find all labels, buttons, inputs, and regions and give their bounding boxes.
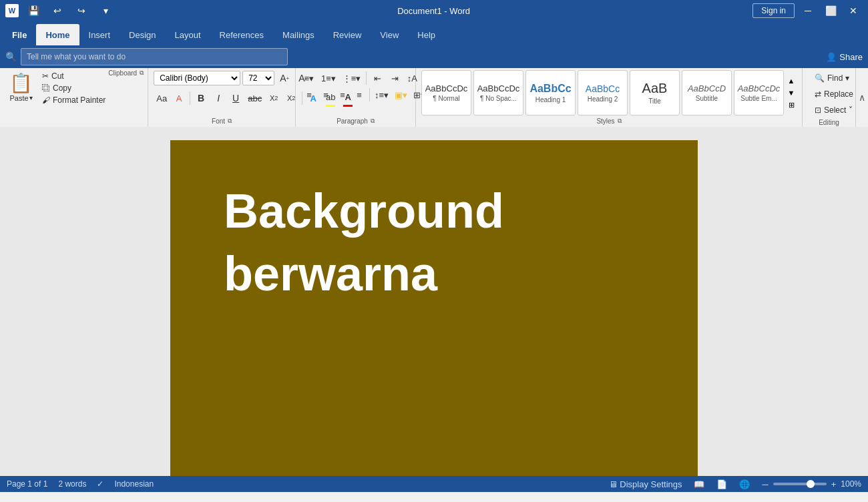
paste-button[interactable]: 📋 Paste ▾	[4, 71, 38, 105]
share-button[interactable]: 👤 Share	[826, 52, 863, 62]
status-right: 🖥 Display Settings 📖 📄 🌐 ─ + 100%	[607, 479, 861, 490]
multilevel-button[interactable]: ⋮≡▾	[340, 71, 364, 85]
style-heading2[interactable]: AaBbCc Heading 2	[578, 70, 628, 115]
document-page[interactable]: Background berwarna semutimut.com	[170, 140, 698, 476]
style-no-spacing[interactable]: AaBbCcDc ¶ No Spac...	[473, 70, 523, 115]
style-normal[interactable]: AaBbCcDc ¶ Normal	[421, 70, 471, 115]
web-layout-button[interactable]: 🌐	[737, 479, 752, 490]
style-normal-label: ¶ Normal	[433, 95, 459, 102]
find-button[interactable]: 🔍 Find ▾	[809, 72, 859, 84]
search-input[interactable]	[21, 48, 288, 65]
ribbon: 📋 Paste ▾ ✂ Cut ⿻ Copy	[0, 68, 868, 127]
tab-review[interactable]: Review	[324, 24, 371, 45]
underline-button[interactable]: U	[228, 91, 244, 105]
paste-icon: 📋	[9, 74, 33, 93]
styles-expand-icon[interactable]: ⧉	[618, 117, 622, 125]
line-spacing-button[interactable]: ↕≡▾	[372, 87, 391, 102]
find-icon: 🔍	[815, 73, 825, 83]
tab-references[interactable]: References	[210, 24, 273, 45]
change-case-button[interactable]: Aa	[154, 91, 170, 105]
styles-scroll-down[interactable]: ▼	[786, 87, 797, 98]
font-size-select[interactable]: 72	[242, 71, 274, 85]
cut-icon: ✂	[42, 71, 49, 81]
style-subtle-em-label: Subtle Em...	[740, 95, 777, 102]
tab-mailings[interactable]: Mailings	[273, 24, 324, 45]
styles-scroll-up[interactable]: ▲	[786, 75, 797, 86]
customize-button[interactable]: ▾	[96, 1, 115, 20]
zoom-in-button[interactable]: +	[829, 479, 839, 490]
justify-button[interactable]: ≡	[351, 87, 367, 102]
align-left-button[interactable]: ≡	[301, 87, 317, 102]
style-heading1[interactable]: AaBbCc Heading 1	[525, 70, 576, 115]
paste-dropdown-icon: ▾	[29, 94, 33, 101]
clipboard-expand-icon[interactable]: ⧉	[140, 69, 144, 77]
font-name-select[interactable]: Calibri (Body)	[154, 71, 240, 85]
zoom-slider[interactable]	[773, 483, 827, 485]
style-heading1-label: Heading 1	[535, 96, 566, 103]
clipboard-content: 📋 Paste ▾ ✂ Cut ⿻ Copy	[4, 68, 108, 107]
find-dropdown-icon: ▾	[845, 73, 849, 83]
paragraph-label: Paragraph ⧉	[300, 116, 411, 127]
share-icon: 👤	[826, 52, 837, 62]
close-button[interactable]: ✕	[844, 1, 863, 20]
replace-button[interactable]: ⇄ Replace	[809, 88, 859, 100]
format-painter-button[interactable]: 🖌 Format Painter	[39, 95, 108, 105]
word-count: 2 words	[58, 479, 86, 489]
paragraph-group: ≡▾ 1≡▾ ⋮≡▾ ⇤ ⇥ ↕A ¶ ≡ ≡ ≡ ≡ ↕≡▾ ▣▾	[296, 68, 416, 127]
zoom-out-button[interactable]: ─	[760, 479, 770, 490]
tab-design[interactable]: Design	[120, 24, 165, 45]
print-layout-button[interactable]: 📄	[714, 479, 729, 490]
style-subtitle[interactable]: AaBbCcD Subtitle	[682, 70, 732, 115]
numbering-button[interactable]: 1≡▾	[318, 71, 339, 85]
tab-help[interactable]: Help	[408, 24, 445, 45]
proofing-icon: ✓	[97, 479, 103, 489]
display-settings-button[interactable]: 🖥 Display Settings	[607, 479, 684, 490]
font-expand-icon[interactable]: ⧉	[228, 117, 232, 125]
bold-button[interactable]: B	[193, 91, 209, 105]
style-heading1-preview: AaBbCc	[529, 83, 571, 95]
restore-button[interactable]: ⬜	[821, 1, 840, 20]
tab-view[interactable]: View	[371, 24, 408, 45]
style-subtle-em[interactable]: AaBbCcDc Subtle Em...	[734, 70, 784, 115]
subscript-button[interactable]: X2	[266, 91, 282, 105]
decrease-indent-button[interactable]: ⇤	[369, 71, 385, 85]
italic-button[interactable]: I	[210, 91, 226, 105]
font-group: Calibri (Body) 72 A+ A- Aa A B I U abc	[148, 68, 296, 127]
tab-layout[interactable]: Layout	[166, 24, 210, 45]
minimize-button[interactable]: ─	[799, 1, 817, 20]
editing-label: Editing	[807, 117, 851, 128]
search-share-bar: 🔍 👤 Share	[0, 45, 868, 68]
tab-file[interactable]: File	[3, 24, 36, 45]
paragraph-expand-icon[interactable]: ⧉	[371, 117, 375, 125]
status-bar: Page 1 of 1 2 words ✓ Indonesian 🖥 Displ…	[0, 476, 868, 492]
style-title-label: Title	[648, 97, 661, 105]
sign-in-button[interactable]: Sign in	[752, 3, 795, 18]
select-button[interactable]: ⊡ Select ˅	[809, 104, 859, 116]
shading-button[interactable]: ▣▾	[392, 87, 410, 102]
redo-button[interactable]: ↪	[72, 1, 91, 20]
title-bar: W 💾 ↩ ↪ ▾ Document1 - Word Sign in ─ ⬜ ✕	[0, 0, 868, 21]
tab-insert[interactable]: Insert	[79, 24, 120, 45]
font-grow-button[interactable]: A+	[276, 71, 292, 85]
align-right-button[interactable]: ≡	[335, 87, 351, 102]
cut-button[interactable]: ✂ Cut	[39, 71, 108, 81]
align-center-button[interactable]: ≡	[318, 87, 334, 102]
increase-indent-button[interactable]: ⇥	[387, 71, 403, 85]
style-title[interactable]: AaB Title	[630, 70, 680, 115]
read-mode-button[interactable]: 📖	[692, 479, 706, 490]
save-button[interactable]: 💾	[24, 1, 43, 20]
ribbon-section: 📋 Paste ▾ ✂ Cut ⿻ Copy	[0, 68, 868, 127]
bullets-button[interactable]: ≡▾	[301, 71, 317, 85]
styles-list: AaBbCcDc ¶ Normal AaBbCcDc ¶ No Spac... …	[421, 70, 784, 115]
editing-group: 🔍 Find ▾ ⇄ Replace ⊡ Select ˅ Editing	[803, 68, 856, 127]
tab-home[interactable]: Home	[36, 24, 79, 45]
style-heading2-preview: AaBbCc	[586, 83, 620, 94]
styles-more[interactable]: ⊞	[786, 99, 797, 110]
undo-button[interactable]: ↩	[48, 1, 67, 20]
styles-group: AaBbCcDc ¶ Normal AaBbCcDc ¶ No Spac... …	[416, 68, 803, 127]
clear-format-button[interactable]: A	[171, 91, 187, 105]
strikethrough-button[interactable]: abc	[245, 91, 264, 105]
clipboard-small-btns: ✂ Cut ⿻ Copy 🖌 Format Painter	[39, 71, 108, 105]
style-subtitle-preview: AaBbCcD	[688, 83, 726, 93]
copy-button[interactable]: ⿻ Copy	[39, 83, 108, 93]
